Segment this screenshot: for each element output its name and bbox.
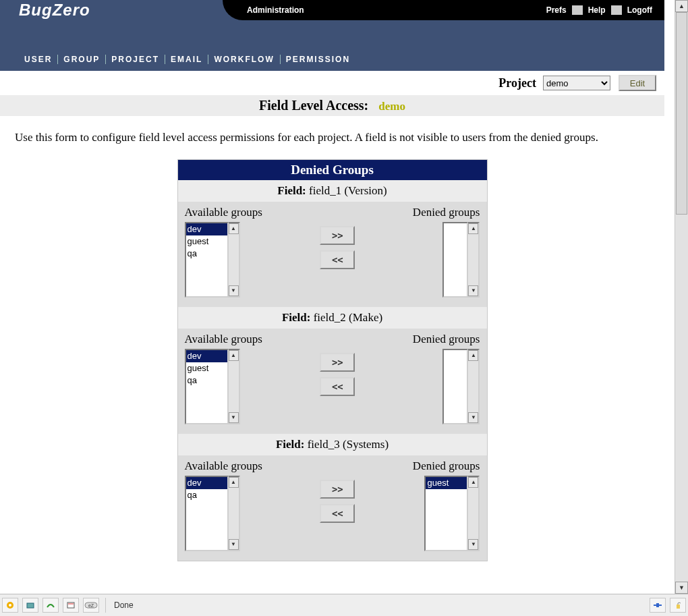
field-body: Available groupsdevguestqa▲▼>><<Denied g…: [178, 202, 487, 307]
denied-listbox[interactable]: ▲▼: [442, 349, 480, 424]
nav-workflow[interactable]: WORKFLOW: [208, 55, 279, 64]
scroll-track[interactable]: [675, 12, 688, 582]
titlebar-curve: [223, 0, 243, 20]
header-links: Prefs Help Logoff: [541, 5, 664, 15]
available-label: Available groups: [185, 459, 262, 473]
svg-rect-9: [677, 605, 680, 609]
denied-groups-panel: Denied Groups Field: field_1 (Version)Av…: [177, 159, 488, 561]
field-label-row: Field: field_2 (Make): [178, 307, 487, 329]
add-button[interactable]: >>: [320, 353, 355, 372]
scroll-up-icon[interactable]: ▲: [468, 350, 478, 361]
status-tile-4[interactable]: [63, 598, 79, 613]
nav-permission[interactable]: PERMISSION: [281, 55, 355, 64]
nav-user[interactable]: USER: [19, 55, 57, 64]
list-item[interactable]: qa: [186, 489, 227, 501]
field-label-row: Field: field_3 (Systems): [178, 434, 487, 455]
svg-rect-8: [656, 603, 659, 607]
scroll-up-icon[interactable]: ▲: [229, 477, 239, 488]
scroll-up-icon[interactable]: ▲: [468, 223, 478, 234]
list-item[interactable]: dev: [186, 223, 227, 235]
project-row: Project demo Edit: [0, 71, 664, 95]
scroll-up-icon[interactable]: ▲: [675, 0, 688, 12]
logo: BugZero: [0, 0, 223, 20]
field-display-name: field_1 (Version): [306, 184, 387, 197]
denied-listbox[interactable]: guest▲▼: [424, 476, 480, 551]
status-bar: eZ Done: [0, 594, 688, 616]
field-label-row: Field: field_1 (Version): [178, 180, 487, 202]
field-label-prefix: Field:: [276, 438, 305, 451]
add-button[interactable]: >>: [320, 480, 355, 499]
denied-label: Denied groups: [413, 459, 480, 473]
scroll-down-icon[interactable]: ▼: [229, 285, 239, 296]
status-tile-1[interactable]: [2, 598, 18, 613]
status-tile-right-2[interactable]: [670, 598, 686, 613]
help-link[interactable]: Help: [583, 5, 611, 15]
remove-button[interactable]: <<: [320, 504, 355, 523]
scroll-thumb[interactable]: [676, 12, 687, 215]
nav-group[interactable]: GROUP: [58, 55, 105, 64]
denied-label: Denied groups: [413, 333, 480, 346]
denied-listbox[interactable]: ▲▼: [442, 222, 480, 298]
top-bar: BugZero Administration Prefs Help Logoff: [0, 0, 664, 20]
list-item[interactable]: qa: [186, 374, 227, 387]
remove-button[interactable]: <<: [320, 250, 355, 269]
status-tile-5[interactable]: eZ: [83, 598, 99, 613]
list-item[interactable]: dev: [186, 350, 227, 362]
scroll-up-icon[interactable]: ▲: [468, 477, 478, 488]
nav-project[interactable]: PROJECT: [106, 55, 165, 64]
available-label: Available groups: [185, 206, 262, 219]
page-content: BugZero Administration Prefs Help Logoff: [0, 0, 664, 561]
field-label-prefix: Field:: [282, 311, 311, 324]
scroll-down-icon[interactable]: ▼: [229, 539, 239, 550]
field-block: Field: field_3 (Systems)Available groups…: [178, 434, 487, 561]
scroll-up-icon[interactable]: ▲: [229, 350, 239, 361]
explain-text: Use this form to configure field level a…: [0, 116, 664, 159]
logoff-link[interactable]: Logoff: [622, 5, 658, 15]
remove-button[interactable]: <<: [320, 377, 355, 396]
list-item[interactable]: dev: [186, 477, 227, 489]
available-listbox[interactable]: devguestqa▲▼: [185, 222, 240, 298]
scroll-down-icon[interactable]: ▼: [675, 582, 688, 594]
field-body: Available groupsdevqa▲▼>><<Denied groups…: [178, 455, 487, 561]
available-listbox[interactable]: devguestqa▲▼: [185, 349, 240, 424]
svg-rect-3: [67, 603, 74, 608]
project-label: Project: [498, 76, 536, 90]
page-title-project: demo: [378, 100, 405, 113]
available-listbox[interactable]: devqa▲▼: [185, 476, 240, 551]
page-section-title: Administration: [243, 5, 541, 15]
status-tile-2[interactable]: [22, 598, 38, 613]
scroll-down-icon[interactable]: ▼: [468, 539, 478, 550]
svg-rect-2: [27, 603, 34, 608]
list-item[interactable]: qa: [186, 248, 227, 260]
list-item[interactable]: guest: [426, 477, 467, 489]
field-block: Field: field_2 (Make)Available groupsdev…: [178, 307, 487, 434]
status-tile-right-1[interactable]: [650, 598, 666, 613]
title-band: Field Level Access: demo: [0, 95, 664, 116]
field-display-name: field_2 (Make): [310, 311, 382, 324]
prefs-link[interactable]: Prefs: [541, 5, 572, 15]
field-display-name: field_3 (Systems): [304, 438, 389, 451]
navy-band: [0, 20, 664, 51]
scroll-down-icon[interactable]: ▼: [468, 412, 478, 423]
list-item[interactable]: guest: [186, 235, 227, 248]
add-button[interactable]: >>: [320, 226, 355, 245]
page-title: Field Level Access:: [259, 98, 368, 113]
divider-icon: [105, 598, 106, 613]
denied-label: Denied groups: [413, 206, 480, 219]
project-select[interactable]: demo: [543, 76, 610, 90]
list-item[interactable]: guest: [186, 362, 227, 374]
denied-groups-header: Denied Groups: [178, 160, 487, 180]
field-block: Field: field_1 (Version)Available groups…: [178, 180, 487, 307]
divider-icon: [572, 5, 583, 15]
scroll-up-icon[interactable]: ▲: [229, 223, 239, 234]
scroll-down-icon[interactable]: ▼: [229, 412, 239, 423]
title-bar: Administration Prefs Help Logoff: [243, 0, 664, 20]
field-label-prefix: Field:: [277, 184, 306, 197]
vertical-scrollbar[interactable]: ▲ ▼: [675, 0, 688, 594]
scroll-down-icon[interactable]: ▼: [468, 285, 478, 296]
status-tile-3[interactable]: [42, 598, 59, 613]
edit-button[interactable]: Edit: [619, 75, 656, 91]
divider-icon: [611, 5, 622, 15]
svg-point-1: [9, 604, 11, 607]
nav-email[interactable]: EMAIL: [165, 55, 208, 64]
